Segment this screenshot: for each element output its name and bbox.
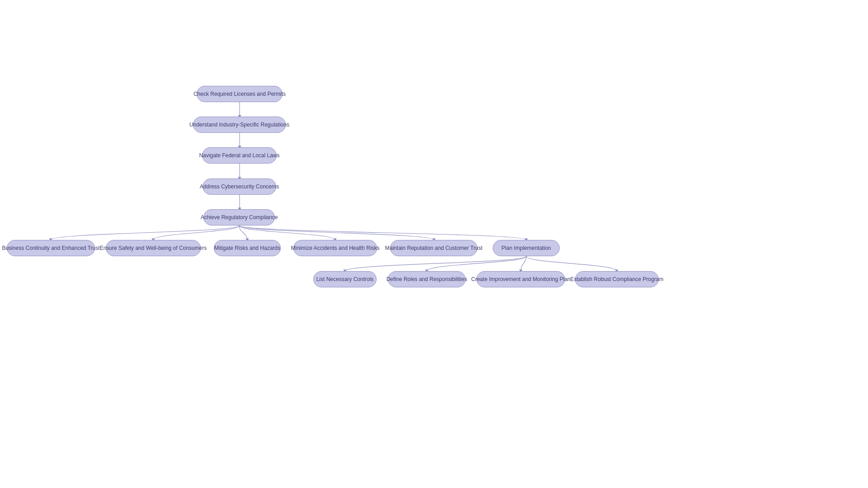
list-controls-node: List Necessary Controls: [313, 271, 377, 287]
diagram-container: Check Required Licenses and Permits Unde…: [0, 0, 868, 488]
mitigate-risks-node: Mitigate Risks and Hazards: [214, 240, 281, 256]
check-licenses-node: Check Required Licenses and Permits: [197, 86, 283, 102]
navigate-laws-node: Navigate Federal and Local Laws: [202, 147, 277, 164]
minimize-accidents-node: Minimize Accidents and Health Risks: [293, 240, 377, 256]
maintain-reputation-node: Maintain Reputation and Customer Trust: [390, 240, 477, 256]
create-improvement-node: Create Improvement and Monitoring Plan: [476, 271, 565, 287]
understand-regulations-node: Understand Industry-Specific Regulations: [193, 117, 286, 133]
define-roles-node: Define Roles and Responsibilities: [388, 271, 466, 287]
address-cybersecurity-node: Address Cybersecurity Concerns: [203, 178, 276, 195]
ensure-safety-node: Ensure Safety and Well-being of Consumer…: [106, 240, 201, 256]
plan-implementation-node: Plan Implementation: [493, 240, 560, 256]
establish-compliance-node: Establish Robust Compliance Program: [575, 271, 659, 287]
business-continuity-node: Business Continuity and Enhanced Trust: [7, 240, 95, 256]
achieve-compliance-node: Achieve Regulatory Compliance: [203, 209, 275, 225]
